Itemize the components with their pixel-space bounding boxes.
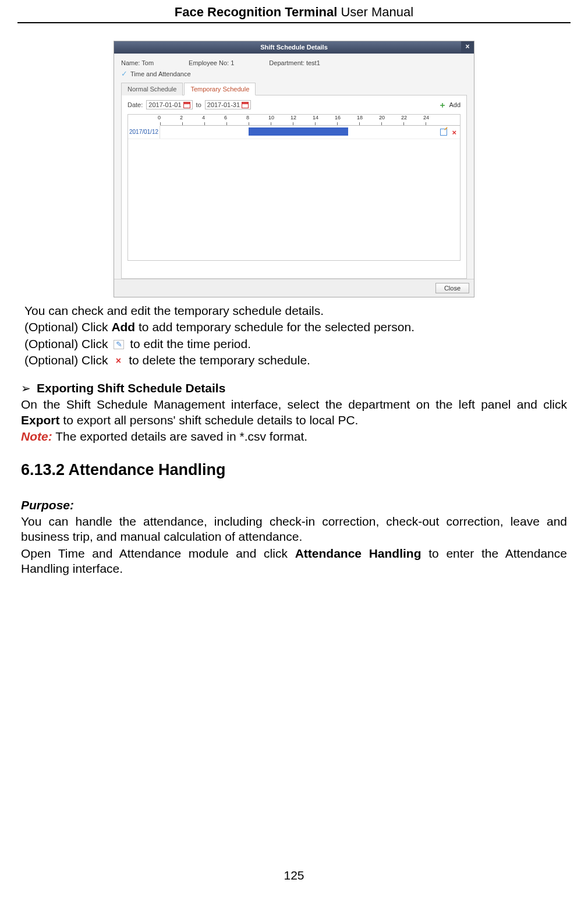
check-icon: ✓ xyxy=(121,70,127,77)
para: On the Shift Schedule Management interfa… xyxy=(21,397,567,428)
date-label: Date: xyxy=(127,101,143,108)
row-track[interactable] xyxy=(160,126,437,139)
hour-tick: 16 xyxy=(335,115,341,120)
hour-tick: 0 xyxy=(158,115,161,120)
date-to-value: 2017-01-31 xyxy=(207,101,240,108)
dept-value: test1 xyxy=(306,59,320,66)
page-header: Face Recognition Terminal User Manual xyxy=(17,0,571,23)
edit-icon: ✎ xyxy=(114,340,124,349)
note-para: Note: The exported details are saved in … xyxy=(21,429,567,444)
arrow-icon: ➢ xyxy=(21,381,31,396)
row-date: 2017/01/12 xyxy=(128,126,160,139)
tab-content: Date: 2017-01-01 to 2017-01-31 ＋ Add xyxy=(121,95,467,279)
dialog-title: Shift Schedule Details xyxy=(260,44,328,51)
add-label: Add xyxy=(449,101,461,108)
hour-tick: 6 xyxy=(224,115,227,120)
header-title-bold: Face Recognition Terminal xyxy=(175,5,338,19)
para: (Optional) Click × to delete the tempora… xyxy=(21,353,567,368)
hour-tick: 10 xyxy=(268,115,274,120)
date-from-input[interactable]: 2017-01-01 xyxy=(146,100,192,109)
emp-value: 1 xyxy=(231,59,234,66)
checkbox-label: Time and Attendance xyxy=(130,70,191,77)
dialog-info-row: Name: Tom Employee No: 1 Department: tes… xyxy=(121,59,467,66)
note-label: Note: xyxy=(21,430,52,443)
para: You can check and edit the temporary sch… xyxy=(21,303,567,318)
schedule-segment[interactable] xyxy=(249,127,348,136)
calendar-icon[interactable] xyxy=(183,102,190,108)
edit-icon[interactable] xyxy=(440,129,447,136)
dialog-footer: Close xyxy=(114,279,474,297)
name-label: Name: xyxy=(121,59,140,66)
hour-tick: 4 xyxy=(202,115,205,120)
sub-heading-text: Exporting Shift Schedule Details xyxy=(37,381,225,396)
delete-icon: × xyxy=(114,357,123,365)
dept-label: Department: xyxy=(269,59,304,66)
timeline-row: 2017/01/12 × xyxy=(128,126,460,139)
hour-tick: 14 xyxy=(313,115,318,120)
para: You can handle the attendance, including… xyxy=(21,514,567,545)
hours-ruler: 0 2 4 6 8 10 12 14 16 18 20 22 2 xyxy=(160,115,460,126)
para: (Optional) Click ✎ to edit the time peri… xyxy=(21,336,567,352)
hour-tick: 22 xyxy=(401,115,407,120)
sub-heading: ➢ Exporting Shift Schedule Details xyxy=(21,381,567,396)
name-value: Tom xyxy=(141,59,154,66)
calendar-icon[interactable] xyxy=(242,102,249,108)
hour-tick: 8 xyxy=(246,115,249,120)
hour-tick: 20 xyxy=(379,115,385,120)
hour-tick: 24 xyxy=(423,115,429,120)
tab-temporary-schedule[interactable]: Temporary Schedule xyxy=(184,83,256,95)
timeline-area: 0 2 4 6 8 10 12 14 16 18 20 22 2 xyxy=(127,114,461,261)
time-attendance-checkbox[interactable]: ✓ Time and Attendance xyxy=(121,70,467,77)
tab-bar: Normal Schedule Temporary Schedule xyxy=(121,82,467,95)
emp-label: Employee No: xyxy=(189,59,229,66)
para: (Optional) Click Add to add temporary sc… xyxy=(21,320,567,335)
close-button[interactable]: Close xyxy=(435,283,469,293)
section-heading: 6.13.2 Attendance Handling xyxy=(21,460,567,480)
date-to-input[interactable]: 2017-01-31 xyxy=(205,100,251,109)
date-sep: to xyxy=(196,101,201,108)
para: Open Time and Attendance module and clic… xyxy=(21,546,567,577)
dialog-figure: Shift Schedule Details × Name: Tom Emplo… xyxy=(17,41,571,297)
shift-schedule-dialog: Shift Schedule Details × Name: Tom Emplo… xyxy=(114,41,474,297)
hour-tick: 12 xyxy=(291,115,296,120)
delete-icon[interactable]: × xyxy=(452,129,456,136)
hour-tick: 18 xyxy=(357,115,363,120)
hour-tick: 2 xyxy=(180,115,183,120)
page-number: 125 xyxy=(0,868,588,882)
header-title-rest: User Manual xyxy=(337,5,413,19)
close-icon[interactable]: × xyxy=(461,41,474,54)
purpose-heading: Purpose: xyxy=(21,498,567,513)
tab-normal-schedule[interactable]: Normal Schedule xyxy=(121,83,183,95)
add-button[interactable]: ＋ Add xyxy=(438,101,461,109)
dialog-titlebar: Shift Schedule Details × xyxy=(114,41,474,54)
plus-icon: ＋ xyxy=(438,101,447,109)
date-from-value: 2017-01-01 xyxy=(148,101,181,108)
